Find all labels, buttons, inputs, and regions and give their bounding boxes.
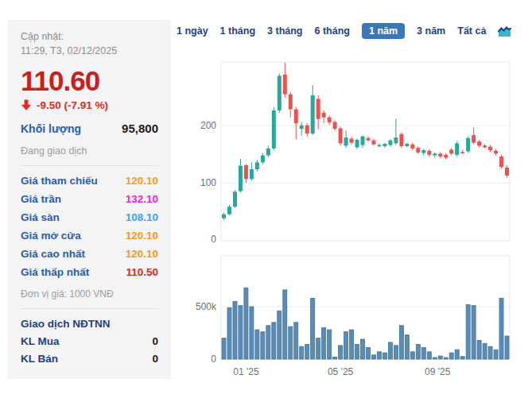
quote-row-value: 108.10: [126, 211, 158, 223]
tab-1-ngay[interactable]: 1 ngày: [177, 25, 208, 37]
tab-6-thang[interactable]: 6 tháng: [315, 25, 350, 37]
foreign-sell-row: KL Bán 0: [21, 353, 158, 370]
svg-text:100: 100: [200, 177, 216, 188]
quote-row-label: Giá trần: [21, 193, 61, 205]
divider: [21, 308, 158, 309]
foreign-sell-label: KL Bán: [21, 353, 58, 365]
quote-row-value: 120.10: [126, 248, 158, 260]
time-range-tabs: 1 ngày 1 tháng 3 tháng 6 tháng 1 năm 3 n…: [177, 22, 511, 40]
foreign-trading-title: Giao dịch NĐTNN: [21, 318, 158, 335]
quote-row-label: Giá tham chiếu: [21, 175, 98, 187]
quote-sidebar: Cập nhật: 11:29, T3, 02/12/2025 110.60 -…: [8, 20, 171, 379]
quote-row-label: Giá thấp nhất: [21, 266, 89, 278]
quote-row-ceiling: Giá trần 132.10: [21, 193, 158, 211]
quote-row-open: Giá mở cửa 120.10: [21, 230, 158, 248]
quote-row-label: Giá mở cửa: [21, 230, 81, 242]
foreign-buy-row: KL Mua 0: [21, 335, 158, 353]
quote-row-label: Giá sàn: [21, 211, 60, 223]
quote-row-label: Giá cao nhất: [21, 248, 85, 260]
trading-status: Đang giao dịch: [21, 145, 158, 157]
volume-row: Khối lượng 95,800: [21, 122, 158, 135]
change-value: -9.50 (-7.91 %): [37, 99, 108, 111]
volume-value: 95,800: [122, 122, 158, 135]
price-unit-note: Đơn vị giá: 1000 VNĐ: [21, 288, 158, 300]
svg-text:200: 200: [200, 120, 216, 131]
quote-row-floor: Giá sàn 108.10: [21, 211, 158, 230]
foreign-buy-value: 0: [152, 335, 158, 347]
price-detail-list: Giá tham chiếu 120.10 Giá trần 132.10 Gi…: [21, 175, 158, 284]
arrow-down-icon: [21, 99, 32, 111]
quote-row-high: Giá cao nhất 120.10: [21, 248, 158, 266]
tab-3-nam[interactable]: 3 năm: [417, 25, 445, 37]
quote-row-value: 120.10: [126, 175, 158, 187]
quote-row-value: 132.10: [126, 193, 158, 205]
stock-quote-page: Cập nhật: 11:29, T3, 02/12/2025 110.60 -…: [0, 0, 532, 406]
chart-svg[interactable]: 01002000500k01 '2505 '2509 '25: [183, 48, 532, 381]
update-value: 11:29, T3, 02/12/2025: [21, 44, 158, 59]
update-time: Cập nhật: 11:29, T3, 02/12/2025: [21, 30, 158, 58]
price-change: -9.50 (-7.91 %): [21, 99, 158, 111]
svg-text:01 '25: 01 '25: [233, 366, 259, 377]
quote-row-low: Giá thấp nhất 110.50: [21, 266, 158, 284]
quote-row-value: 110.50: [126, 266, 158, 278]
foreign-sell-value: 0: [152, 353, 158, 365]
svg-text:09 '25: 09 '25: [425, 366, 451, 377]
quote-row-value: 120.10: [126, 230, 158, 242]
quote-row-reference: Giá tham chiếu 120.10: [21, 175, 158, 193]
tab-tat-ca[interactable]: Tất cả: [457, 25, 486, 37]
tab-1-nam[interactable]: 1 năm: [362, 23, 405, 39]
tab-3-thang[interactable]: 3 tháng: [267, 25, 302, 37]
update-label: Cập nhật:: [21, 30, 158, 44]
tab-1-thang[interactable]: 1 tháng: [220, 25, 255, 37]
svg-text:500k: 500k: [196, 301, 217, 312]
svg-text:0: 0: [211, 354, 216, 365]
foreign-buy-label: KL Mua: [21, 335, 60, 347]
last-price: 110.60: [21, 65, 158, 97]
area-chart-icon[interactable]: [498, 25, 511, 37]
volume-label: Khối lượng: [21, 122, 81, 135]
svg-text:0: 0: [211, 234, 216, 245]
divider: [21, 165, 158, 166]
svg-text:05 '25: 05 '25: [328, 366, 354, 377]
price-volume-chart[interactable]: 01002000500k01 '2505 '2509 '25: [183, 48, 532, 381]
